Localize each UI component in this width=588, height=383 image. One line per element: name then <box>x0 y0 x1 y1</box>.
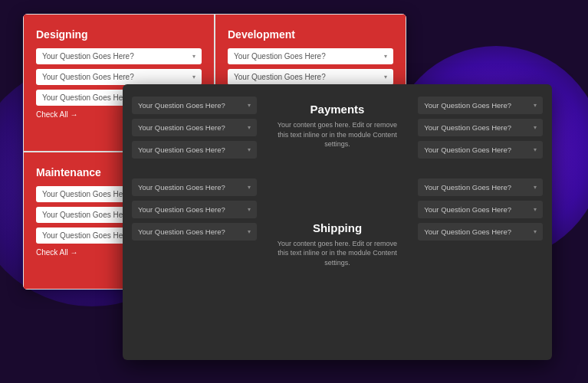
chevron-icon: ▾ <box>248 228 251 235</box>
designing-dropdown-1[interactable]: Your Question Goes Here? ▾ <box>36 48 202 64</box>
payments-title: Payments <box>275 103 400 116</box>
dark-right-dropdown-1[interactable]: Your Question Goes Here? ▾ <box>418 97 543 114</box>
development-dropdown-1[interactable]: Your Question Goes Here? ▾ <box>228 48 393 64</box>
chevron-icon: ▾ <box>534 228 537 235</box>
dark-left-column: Your Question Goes Here? ▾ Your Question… <box>123 84 266 360</box>
chevron-icon: ▾ <box>534 206 537 213</box>
designing-title: Designing <box>36 28 202 41</box>
dark-left-dropdown-4[interactable]: Your Question Goes Here? ▾ <box>132 178 257 196</box>
chevron-icon: ▾ <box>534 184 537 191</box>
dark-middle-column: Payments Your content goes here. Edit or… <box>266 84 409 360</box>
shipping-title: Shipping <box>275 221 400 234</box>
chevron-icon: ▾ <box>384 74 387 80</box>
dark-left-dropdown-5[interactable]: Your Question Goes Here? ▾ <box>132 201 257 218</box>
dark-right-dropdown-6[interactable]: Your Question Goes Here? ▾ <box>418 223 543 241</box>
dark-faq-card: Your Question Goes Here? ▾ Your Question… <box>123 84 552 360</box>
chevron-icon: ▾ <box>248 146 251 153</box>
dark-right-column: Your Question Goes Here? ▾ Your Question… <box>409 84 552 360</box>
payments-description: Your content goes here. Edit or remove t… <box>275 120 400 149</box>
chevron-icon: ▾ <box>534 146 537 153</box>
dark-right-dropdown-3[interactable]: Your Question Goes Here? ▾ <box>418 141 543 159</box>
chevron-icon: ▾ <box>192 53 195 60</box>
dark-left-dropdown-1[interactable]: Your Question Goes Here? ▾ <box>132 97 257 114</box>
dark-right-dropdown-5[interactable]: Your Question Goes Here? ▾ <box>418 201 543 218</box>
dark-left-dropdown-3[interactable]: Your Question Goes Here? ▾ <box>132 141 257 159</box>
dark-right-dropdown-2[interactable]: Your Question Goes Here? ▾ <box>418 119 543 136</box>
chevron-icon: ▾ <box>534 102 537 109</box>
dark-left-dropdown-2[interactable]: Your Question Goes Here? ▾ <box>132 119 257 136</box>
chevron-icon: ▾ <box>248 206 251 213</box>
shipping-description: Your content goes here. Edit or remove t… <box>275 239 400 268</box>
designing-dropdown-2[interactable]: Your Question Goes Here? ▾ <box>36 69 202 85</box>
chevron-icon: ▾ <box>192 74 195 80</box>
chevron-icon: ▾ <box>248 102 251 109</box>
development-title: Development <box>228 28 393 41</box>
dark-right-dropdown-4[interactable]: Your Question Goes Here? ▾ <box>418 178 543 196</box>
chevron-icon: ▾ <box>384 53 387 60</box>
chevron-icon: ▾ <box>248 124 251 131</box>
chevron-icon: ▾ <box>534 124 537 131</box>
chevron-icon: ▾ <box>248 184 251 191</box>
dark-left-dropdown-6[interactable]: Your Question Goes Here? ▾ <box>132 223 257 241</box>
development-dropdown-2[interactable]: Your Question Goes Here? ▾ <box>228 69 393 85</box>
